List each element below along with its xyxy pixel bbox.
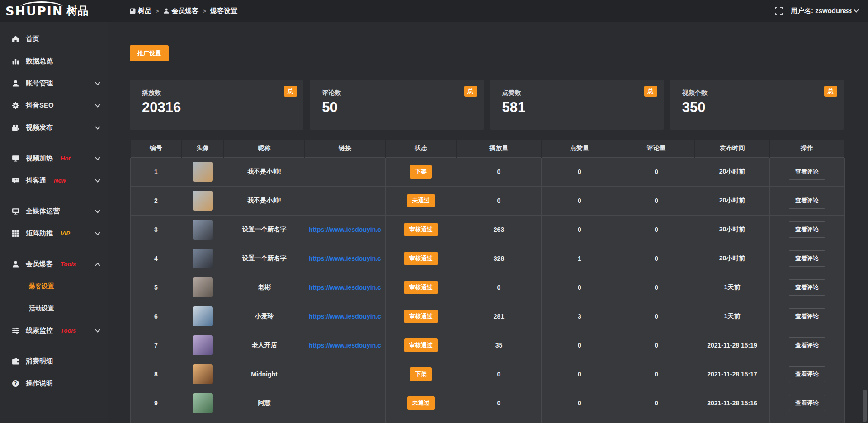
table-header-row: 编号 头像 昵称 链接 状态 播放量 点赞量 评论量 发布时间 操作 — [130, 139, 844, 157]
wallet-icon — [11, 357, 19, 366]
user-icon — [163, 8, 170, 14]
nickname-cell: 阿慧 — [224, 389, 305, 418]
user-menu[interactable]: 用户名: zswodun88 — [791, 7, 858, 15]
link-cell: https://www.iesdouyin.c — [305, 331, 385, 360]
sidebar-item-douketong[interactable]: 抖客通 New — [0, 169, 108, 192]
sidebar-item-clue-monitor[interactable]: 线索监控 Tools — [0, 320, 108, 342]
tools-tag: Tools — [61, 261, 76, 268]
stat-label: 视频个数 — [682, 89, 844, 97]
link-cell — [305, 186, 385, 215]
sidebar-item-douyin-seo[interactable]: 抖音SEO — [0, 94, 108, 117]
sidebar-item-all-media[interactable]: 全媒体运营 — [0, 200, 108, 222]
breadcrumb: 树品 > 会员爆客 > 爆客设置 — [130, 7, 237, 15]
bar-chart-icon — [11, 57, 19, 66]
view-comments-button[interactable]: 查看评论 — [789, 366, 825, 382]
sidebar-item-account-management[interactable]: 账号管理 — [0, 72, 108, 94]
table-row: 8 Midnight 下架 0 0 0 2021-11-28 15:17 查看评… — [130, 360, 844, 389]
video-camera-icon — [11, 124, 19, 132]
stat-value: 350 — [682, 99, 844, 116]
sidebar-divider — [6, 143, 102, 143]
chevron-down-icon — [95, 102, 100, 107]
col-header-status: 状态 — [385, 139, 457, 157]
new-tag: New — [54, 177, 66, 184]
sidebar-item-instructions[interactable]: ? 操作说明 — [0, 372, 108, 395]
col-header-likes: 点赞量 — [541, 139, 618, 157]
monitor-icon — [11, 207, 19, 216]
avatar — [193, 306, 213, 326]
sidebar-item-video-publish[interactable]: 视频发布 — [0, 117, 108, 139]
svg-text:?: ? — [14, 381, 17, 386]
chevron-down-icon — [95, 124, 100, 129]
view-comments-button[interactable]: 查看评论 — [789, 308, 825, 324]
stat-value: 20316 — [142, 99, 303, 116]
nickname-cell: 老彬 — [224, 273, 305, 302]
stat-card-comments: 评论数 50 总 — [310, 80, 483, 130]
table-row: 9 阿慧 未通过 0 0 0 2021-11-28 15:16 查看评论 — [130, 389, 844, 418]
sidebar-item-data-overview[interactable]: 数据总览 — [0, 50, 108, 72]
status-badge: 审核通过 — [404, 338, 438, 352]
stat-label: 播放数 — [142, 89, 303, 97]
stat-label: 评论数 — [322, 89, 483, 97]
view-comments-button[interactable]: 查看评论 — [789, 250, 825, 267]
sidebar-item-home[interactable]: 首页 — [0, 28, 108, 50]
nickname-cell: 我不是小帅! — [224, 186, 305, 215]
chevron-down-icon — [95, 155, 100, 160]
chevron-down-icon — [95, 177, 100, 182]
logo-text-cn: 树品 — [66, 4, 88, 18]
chat-bubble-icon — [11, 177, 19, 185]
logo-text-en: SHUPIN — [5, 4, 63, 18]
main-content: 推广设置 播放数 20316 总 评论数 50 总 点赞数 581 总 视频个数… — [108, 22, 868, 423]
video-table: 编号 头像 昵称 链接 状态 播放量 点赞量 评论量 发布时间 操作 1 我不是… — [130, 139, 844, 423]
breadcrumb-item-current: 爆客设置 — [210, 7, 237, 15]
sidebar: 首页 数据总览 账号管理 抖音SEO 视频发布 视频加热 Hot 抖 — [0, 22, 108, 423]
avatar — [193, 393, 213, 413]
sidebar-item-consumption-detail[interactable]: 消费明细 — [0, 350, 108, 372]
logo: SHUPIN 树品 — [0, 0, 108, 22]
user-icon — [11, 80, 19, 88]
table-row: 3 设置一个新名字 https://www.iesdouyin.c 审核通过 2… — [130, 215, 844, 244]
home-icon — [11, 35, 19, 43]
status-badge: 审核通过 — [404, 252, 438, 265]
table-row: 1 我不是小帅! 下架 0 0 0 20小时前 查看评论 — [130, 157, 844, 186]
table-row-partial — [130, 418, 844, 423]
table-row: 5 老彬 https://www.iesdouyin.c 审核通过 0 0 0 … — [130, 273, 844, 302]
nickname-cell: 老人开店 — [224, 331, 305, 360]
promotion-settings-button[interactable]: 推广设置 — [130, 45, 169, 61]
nickname-cell: 设置一个新名字 — [224, 244, 305, 273]
sidebar-divider — [6, 346, 102, 346]
table-row: 7 老人开店 https://www.iesdouyin.c 审核通过 35 0… — [130, 331, 844, 360]
stat-label: 点赞数 — [502, 89, 664, 97]
stat-card-videos: 视频个数 350 总 — [670, 80, 844, 130]
sidebar-item-matrix-boost[interactable]: 矩阵助推 VIP — [0, 222, 108, 244]
sidebar-item-video-heat[interactable]: 视频加热 Hot — [0, 147, 108, 169]
hot-tag: Hot — [61, 155, 71, 162]
sidebar-divider — [6, 196, 102, 196]
scrollbar-thumb[interactable] — [863, 390, 867, 422]
view-comments-button[interactable]: 查看评论 — [789, 193, 825, 209]
view-comments-button[interactable]: 查看评论 — [789, 221, 825, 238]
sidebar-subitem-activity-settings[interactable]: 活动设置 — [0, 297, 108, 320]
view-comments-button[interactable]: 查看评论 — [789, 395, 825, 411]
view-comments-button[interactable]: 查看评论 — [789, 164, 825, 180]
sidebar-subitem-baoke-settings[interactable]: 爆客设置 — [0, 275, 108, 297]
fullscreen-icon[interactable] — [775, 7, 783, 15]
sidebar-item-member-baoke[interactable]: 会员爆客 Tools — [0, 253, 108, 275]
nickname-cell: 小爱玲 — [224, 302, 305, 331]
table-row: 2 我不是小帅! 未通过 0 0 0 20小时前 查看评论 — [130, 186, 844, 215]
view-comments-button[interactable]: 查看评论 — [789, 337, 825, 353]
dashboard-icon — [130, 8, 136, 14]
status-badge: 未通过 — [407, 396, 435, 410]
breadcrumb-item-home[interactable]: 树品 — [130, 7, 151, 15]
nickname-cell: 我不是小帅! — [224, 157, 305, 186]
avatar — [193, 277, 213, 297]
avatar — [193, 364, 213, 384]
gear-icon — [11, 102, 19, 110]
stat-card-plays: 播放数 20316 总 — [130, 80, 303, 130]
total-badge: 总 — [284, 86, 297, 97]
status-badge: 审核通过 — [404, 223, 438, 236]
col-header-plays: 播放量 — [457, 139, 541, 157]
col-header-publish-time: 发布时间 — [695, 139, 769, 157]
view-comments-button[interactable]: 查看评论 — [789, 279, 825, 296]
table-row: 6 小爱玲 https://www.iesdouyin.c 审核通过 281 3… — [130, 302, 844, 331]
breadcrumb-item-member[interactable]: 会员爆客 — [163, 7, 199, 15]
